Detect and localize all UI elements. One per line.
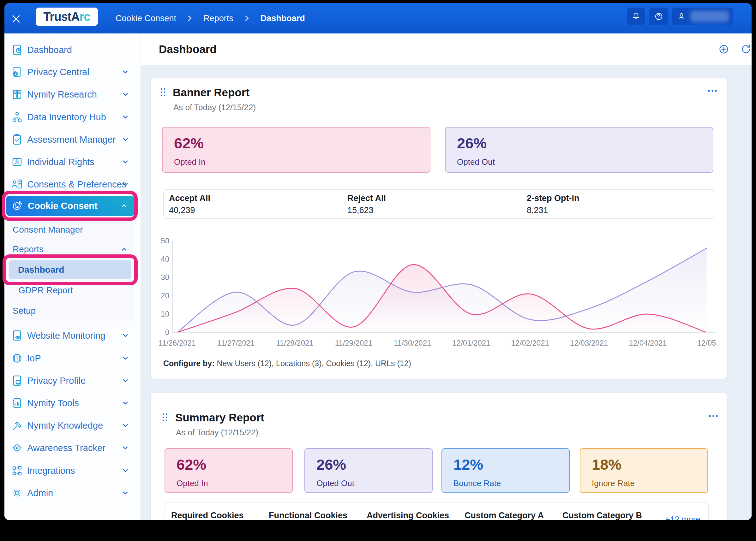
table-header-required-cookies: Required Cookies [171, 511, 244, 520]
sidebar-item-label: Awareness Tracker [27, 443, 105, 453]
sidebar-item-cookie-consent[interactable]: Cookie Consent [6, 196, 135, 216]
nymity-knowledge-icon [11, 419, 23, 432]
chevron-down-icon [122, 444, 129, 451]
y-tick-label: 30 [161, 273, 169, 281]
stat-value: 12% [453, 456, 483, 473]
card-title: Summary Report [175, 411, 264, 424]
total-label: Reject All [347, 194, 386, 203]
configure-by-label: Configure by: [163, 359, 215, 368]
breadcrumb-reports[interactable]: Reports [203, 14, 233, 23]
privacy-profile-icon [11, 374, 23, 387]
sidebar-item-admin[interactable]: Admin [4, 483, 140, 503]
close-icon[interactable] [11, 14, 21, 24]
stat-value: 18% [592, 456, 621, 473]
chevron-down-icon [122, 467, 129, 474]
sidebar-subitem-reports[interactable]: Reports [7, 241, 134, 258]
breadcrumb: Cookie ConsentReportsDashboard [116, 3, 305, 33]
cookie-icon [11, 200, 23, 212]
sidebar-item-consents-and-preferences[interactable]: Consents & Preferences [4, 174, 140, 195]
sidebar-item-label: Consents & Preferences [27, 179, 126, 190]
breadcrumb-separator-icon [245, 15, 249, 22]
admin-icon [11, 487, 23, 499]
stat-box-ignore-rate: 18%Ignore Rate [580, 448, 708, 493]
sidebar-item-awareness-tracker[interactable]: Awareness Tracker [4, 438, 140, 458]
sidebar-item-dashboard[interactable]: Dashboard [4, 40, 140, 60]
chevron-down-icon [122, 91, 129, 98]
drag-handle-icon[interactable] [159, 87, 166, 97]
app-window: TrustArc Cookie ConsentReportsDashboard … [4, 3, 752, 520]
drag-handle-icon[interactable] [161, 412, 168, 422]
privacy-central-icon [11, 66, 23, 78]
table-header-custom-category-b: Custom Category B [562, 511, 642, 520]
bell-icon [631, 12, 641, 21]
refresh-button[interactable] [740, 43, 752, 55]
sidebar-item-label: Nymity Knowledge [27, 420, 103, 431]
y-tick-label: 10 [161, 309, 169, 318]
sidebar-item-iop[interactable]: IoP [4, 348, 140, 368]
stat-label: Opted In [174, 157, 206, 167]
dashboard-icon [11, 44, 23, 56]
sidebar-subitem-label: Reports [13, 244, 44, 255]
logo-text-dark: TrustA [43, 10, 79, 24]
sidebar-item-privacy-central[interactable]: Privacy Central [4, 62, 140, 82]
sidebar-item-label: Nymity Research [27, 89, 97, 100]
table-header-custom-category-a: Custom Category A [465, 511, 544, 520]
refresh-icon [740, 43, 752, 55]
notifications-button[interactable] [627, 8, 645, 25]
sidebar-item-label: Website Monitoring [27, 330, 105, 341]
stat-box-opted-out: 26%Opted Out [304, 448, 433, 493]
stat-label: Bounce Rate [453, 478, 501, 488]
trustarc-logo[interactable]: TrustArc [36, 8, 98, 26]
sidebar-subitem-consent-manager[interactable]: Consent Manager [7, 221, 134, 239]
chevron-down-icon [122, 136, 129, 143]
sidebar-subitem-label: Setup [13, 306, 36, 316]
sidebar-item-privacy-profile[interactable]: Privacy Profile [4, 370, 140, 391]
breadcrumb-cookie-consent[interactable]: Cookie Consent [116, 14, 176, 23]
stat-box-opted-in: 62%Opted In [165, 448, 293, 493]
table-header-functional-cookies: Functional Cookies [269, 511, 347, 520]
chevron-down-icon [122, 400, 129, 406]
data-inventory-hub-icon [11, 111, 23, 123]
sidebar-subitem-setup[interactable]: Setup [7, 302, 134, 320]
chevron-up-icon [121, 246, 128, 253]
page-title: Dashboard [159, 43, 217, 56]
card-title: Banner Report [173, 86, 249, 99]
sidebar-item-individual-rights[interactable]: Individual Rights [4, 152, 140, 172]
total-value: 8,231 [527, 206, 548, 215]
add-widget-button[interactable] [718, 43, 730, 55]
card-menu-button[interactable] [708, 414, 719, 418]
sidebar-subitem-gdpr-report[interactable]: GDPR Report [7, 281, 134, 299]
x-tick-label: 11/29/2021 [335, 339, 372, 347]
sidebar-item-website-monitoring[interactable]: Website Monitoring [4, 325, 140, 346]
breadcrumb-dashboard[interactable]: Dashboard [261, 14, 305, 23]
configure-by-value: New Users (12), Locations (3), Cookies (… [217, 359, 411, 368]
banner-totals-row: Accept All40,239Reject All15,6232-step O… [163, 189, 714, 219]
user-menu-button[interactable] [672, 8, 733, 25]
website-monitoring-icon [11, 329, 23, 342]
chevron-down-icon [122, 422, 129, 429]
sidebar-item-integrations[interactable]: Integrations [4, 460, 140, 481]
sidebar-subitem-dashboard-active[interactable]: Dashboard [9, 261, 131, 279]
help-icon [654, 11, 664, 21]
sidebar-item-nymity-research[interactable]: Nymity Research [4, 84, 140, 105]
card-subtitle: As of Today (12/15/22) [173, 103, 256, 112]
sidebar-item-label: Privacy Central [27, 67, 89, 77]
y-tick-label: 40 [161, 255, 169, 263]
configure-by-note: Configure by: New Users (12), Locations … [163, 359, 411, 368]
sidebar-item-data-inventory-hub[interactable]: Data Inventory Hub [4, 107, 140, 127]
y-tick-label: 0 [165, 328, 169, 336]
sidebar-subitem-label: GDPR Report [18, 285, 73, 295]
screenshot-canvas: TrustArc Cookie ConsentReportsDashboard … [0, 0, 756, 541]
sidebar-item-nymity-knowledge[interactable]: Nymity Knowledge [4, 415, 140, 436]
card-menu-button[interactable] [707, 89, 718, 93]
help-button[interactable] [649, 8, 668, 25]
stat-label: Opted Out [457, 157, 495, 167]
chevron-down-icon [122, 332, 129, 339]
sidebar-item-label: IoP [27, 353, 41, 364]
cookie-categories-table: Required CookiesFunctional CookiesAdvert… [165, 502, 709, 520]
sidebar-item-nymity-tools[interactable]: Nymity Tools [4, 393, 140, 413]
sidebar-item-assessment-manager[interactable]: Assessment Manager [4, 129, 140, 150]
ellipsis-icon [707, 89, 718, 93]
assessment-manager-icon [11, 133, 23, 146]
more-link[interactable]: +12 more [665, 514, 700, 520]
